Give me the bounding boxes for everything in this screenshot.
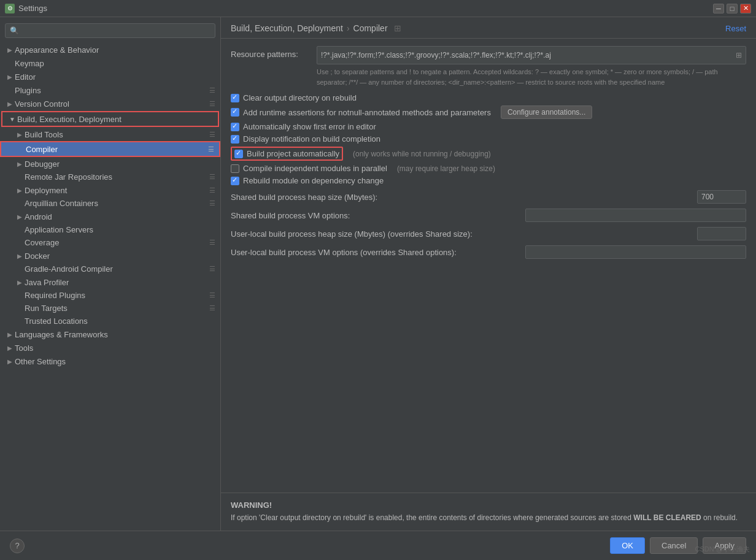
sidebar-item-gradle-android[interactable]: Gradle-Android Compiler ☰ <box>0 263 220 275</box>
sidebar-item-compiler[interactable]: ▶ Compiler ☰ <box>0 141 220 157</box>
minimize-button[interactable]: ─ <box>713 4 724 13</box>
sidebar-item-debugger[interactable]: ▶ Debugger <box>0 157 220 171</box>
sidebar-item-trusted-locations[interactable]: Trusted Locations <box>0 315 220 328</box>
checkbox-auto-error-label: Automatically show first error in editor <box>243 122 376 131</box>
sidebar-label-gradle-android: Gradle-Android Compiler <box>25 264 207 274</box>
sidebar-item-keymap[interactable]: ▶ Keymap <box>0 56 220 70</box>
search-box[interactable]: 🔍 <box>5 23 215 38</box>
resource-patterns-label: Resource patterns: <box>231 46 310 59</box>
sidebar-item-docker[interactable]: ▶ Docker <box>0 249 220 263</box>
sidebar-label-languages: Languages & Frameworks <box>15 330 215 339</box>
reset-button[interactable]: Reset <box>725 24 746 33</box>
checkbox-rebuild-label: Rebuild module on dependency change <box>243 176 384 185</box>
sidebar-item-editor[interactable]: ▶ Editor <box>0 70 220 83</box>
sidebar-item-plugins[interactable]: ▶ Plugins ☰ <box>0 83 220 97</box>
checkbox-rebuild-wrapper[interactable]: Rebuild module on dependency change <box>231 176 384 185</box>
resource-patterns-row: Resource patterns: !?*.java;!?*.form;!?*… <box>231 46 746 87</box>
sidebar-item-app-servers[interactable]: Application Servers <box>0 223 220 236</box>
expand-arrow-other-settings: ▶ <box>5 356 15 366</box>
user-heap-size-label: User-local build process heap size (Mbyt… <box>231 229 691 239</box>
field-row-heap-size: Shared build process heap size (Mbytes): <box>231 190 746 204</box>
cancel-button[interactable]: Cancel <box>650 537 698 554</box>
expand-arrow-languages: ▶ <box>5 329 15 339</box>
checkbox-clear-output[interactable] <box>231 94 239 102</box>
breadcrumb: Build, Execution, Deployment › Compiler … <box>231 23 401 33</box>
configure-annotations-button[interactable]: Configure annotations... <box>501 105 592 119</box>
checkbox-parallel-hint: (may require larger heap size) <box>397 164 495 173</box>
checkbox-parallel-wrapper[interactable]: Compile independent modules in parallel <box>231 164 387 173</box>
checkbox-auto-error[interactable] <box>231 123 239 131</box>
sidebar-item-build-execution[interactable]: ▼ Build, Execution, Deployment <box>1 111 219 127</box>
sidebar-item-required-plugins[interactable]: Required Plugins ☰ <box>0 289 220 302</box>
checkbox-auto-error-wrapper[interactable]: Automatically show first error in editor <box>231 122 376 131</box>
build-tools-icon: ☰ <box>209 131 215 139</box>
remote-jar-icon: ☰ <box>209 173 215 181</box>
expand-arrow-android: ▶ <box>15 212 25 221</box>
sidebar-item-appearance[interactable]: ▶ Appearance & Behavior <box>0 43 220 56</box>
close-button[interactable]: ✕ <box>740 4 751 13</box>
help-button[interactable]: ? <box>10 539 25 553</box>
ok-button[interactable]: OK <box>610 537 645 554</box>
checkbox-build-auto[interactable] <box>234 150 243 158</box>
content-header: Build, Execution, Deployment › Compiler … <box>221 17 756 39</box>
user-vm-options-input[interactable] <box>525 245 746 259</box>
breadcrumb-parent: Build, Execution, Deployment <box>231 23 343 33</box>
expand-arrow-editor: ▶ <box>5 72 15 82</box>
sidebar-label-docker: Docker <box>25 251 215 261</box>
sidebar-item-languages[interactable]: ▶ Languages & Frameworks <box>0 328 220 341</box>
checkbox-notification-wrapper[interactable]: Display notification on build completion <box>231 134 380 144</box>
checkbox-row-clear-output: Clear output directory on rebuild <box>231 93 746 102</box>
sidebar-label-deployment: Deployment <box>25 186 207 195</box>
sidebar-item-android[interactable]: ▶ Android <box>0 210 220 223</box>
checkbox-runtime-wrapper[interactable]: Add runtime assertions for notnull-annot… <box>231 108 491 117</box>
user-heap-size-input[interactable] <box>697 227 746 240</box>
gradle-android-icon: ☰ <box>209 265 215 273</box>
vm-options-label: Shared build process VM options: <box>231 211 519 220</box>
sidebar-item-java-profiler[interactable]: ▶ Java Profiler <box>0 275 220 289</box>
sidebar-item-coverage[interactable]: Coverage ☰ <box>0 236 220 249</box>
sidebar-item-version-control[interactable]: ▶ Version Control ☰ <box>0 97 220 110</box>
vm-options-input[interactable] <box>525 209 746 222</box>
resource-input-area: !?*.java;!?*.form;!?*.class;!?*.groovy;!… <box>317 46 746 87</box>
expand-arrow-debugger: ▶ <box>15 159 25 169</box>
warning-text: If option 'Clear output directory on reb… <box>231 512 746 523</box>
sidebar-item-deployment[interactable]: ▶ Deployment ☰ <box>0 183 220 197</box>
compiler-icon: ☰ <box>208 145 214 153</box>
content-body: Resource patterns: !?*.java;!?*.form;!?*… <box>221 39 756 493</box>
checkbox-notification[interactable] <box>231 135 239 144</box>
sidebar: 🔍 ▶ Appearance & Behavior ▶ Keymap ▶ Edi… <box>0 17 221 531</box>
sidebar-label-required-plugins: Required Plugins <box>25 291 207 300</box>
sidebar-item-tools[interactable]: ▶ Tools <box>0 341 220 355</box>
sidebar-item-other-settings[interactable]: ▶ Other Settings <box>0 355 220 368</box>
field-row-vm-options: Shared build process VM options: <box>231 209 746 222</box>
sidebar-item-build-tools[interactable]: ▶ Build Tools ☰ <box>0 128 220 141</box>
sidebar-label-java-profiler: Java Profiler <box>25 278 215 287</box>
sidebar-label-app-servers: Application Servers <box>25 225 215 234</box>
sidebar-label-trusted-locations: Trusted Locations <box>25 316 215 326</box>
checkbox-build-auto-wrapper[interactable]: Build project automatically <box>231 147 343 161</box>
checkbox-row-runtime: Add runtime assertions for notnull-annot… <box>231 105 746 119</box>
title-bar-controls: ─ □ ✕ <box>713 4 751 13</box>
checkbox-parallel[interactable] <box>231 164 239 173</box>
maximize-button[interactable]: □ <box>727 4 738 13</box>
sidebar-item-run-targets[interactable]: Run Targets ☰ <box>0 302 220 315</box>
search-input[interactable] <box>5 23 215 38</box>
arquillian-icon: ☰ <box>209 199 215 207</box>
resource-expand-icon[interactable]: ⊞ <box>736 51 742 59</box>
sidebar-label-build: Build, Execution, Deployment <box>17 115 213 124</box>
sidebar-label-keymap: Keymap <box>15 59 215 68</box>
bottom-left: ? <box>10 539 25 553</box>
sidebar-item-arquillian[interactable]: Arquillian Containers ☰ <box>0 197 220 210</box>
expand-arrow-build: ▼ <box>7 114 17 124</box>
resource-patterns-input[interactable]: !?*.java;!?*.form;!?*.class;!?*.groovy;!… <box>321 51 733 59</box>
expand-arrow-deployment: ▶ <box>15 185 25 195</box>
heap-size-input[interactable] <box>697 190 746 204</box>
checkbox-rebuild[interactable] <box>231 177 239 185</box>
resource-input-box[interactable]: !?*.java;!?*.form;!?*.class;!?*.groovy;!… <box>317 46 746 64</box>
sidebar-item-remote-jar[interactable]: Remote Jar Repositories ☰ <box>0 171 220 183</box>
checkbox-runtime[interactable] <box>231 108 239 117</box>
title-bar-left: ⚙ Settings <box>5 4 47 13</box>
bottom-bar: ? OK Cancel Apply <box>0 531 756 560</box>
warning-box: WARNING! If option 'Clear output directo… <box>221 493 756 531</box>
checkbox-clear-output-wrapper[interactable]: Clear output directory on rebuild <box>231 93 357 102</box>
